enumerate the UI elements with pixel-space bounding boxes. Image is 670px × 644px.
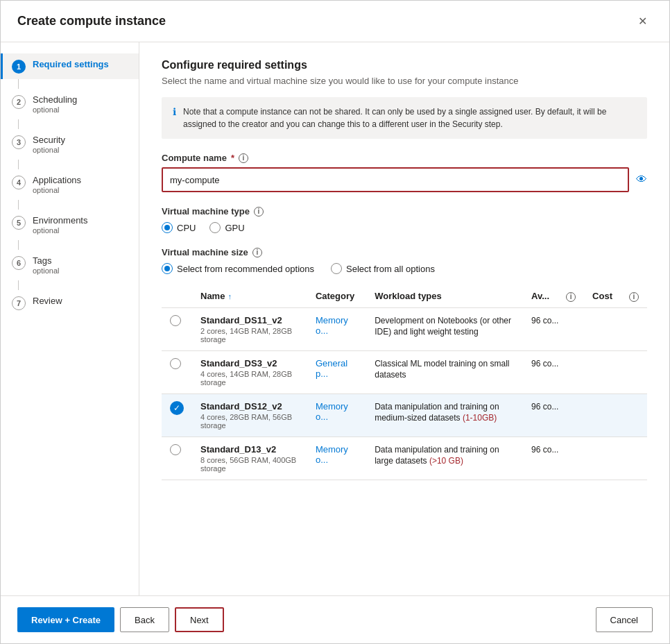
required-star: * [231,153,234,163]
gpu-radio-circle [209,222,221,233]
step-label-group-6: Tags optional [33,255,60,275]
step-label-applications: Applications [33,175,81,185]
checkmark-ds12 [170,401,184,415]
vm-size-section: Virtual machine size i Select from recom… [162,247,647,480]
table-header-row: Name ↑ Category Workload types Av... i C… [162,285,647,307]
all-options-radio [331,263,342,274]
sidebar-item-review[interactable]: 7 Review [1,290,139,316]
all-options-option[interactable]: Select from all options [331,263,435,274]
step-label-scheduling: Scheduling [33,94,77,105]
row-select-4[interactable] [162,437,192,480]
row-cost-4 [584,437,647,480]
vm-size-info-icon[interactable]: i [252,248,262,257]
step-number-4: 4 [12,176,26,189]
step-sublabel-scheduling: optional [33,105,77,114]
step-connector-6 [18,280,19,290]
step-label-review: Review [33,296,62,306]
close-button[interactable]: ✕ [633,12,653,31]
th-name[interactable]: Name ↑ [192,285,307,307]
vm-size-label: Virtual machine size i [162,247,647,257]
sidebar-item-required-settings[interactable]: 1 Required settings [1,53,139,79]
compute-name-row: 👁 [162,167,647,192]
row-name-4: Standard_D13_v2 8 cores, 56GB RAM, 400GB… [192,437,307,480]
all-options-label: Select from all options [346,264,435,274]
row-name-2: Standard_DS3_v2 4 cores, 14GB RAM, 28GB … [192,350,307,393]
sidebar-item-scheduling[interactable]: 2 Scheduling optional [1,89,139,119]
row-avail-2: 96 co... [523,350,584,393]
step-label-group-3: Security optional [33,135,65,154]
step-number-7: 7 [12,296,26,310]
step-sublabel-applications: optional [33,186,81,194]
th-avail[interactable]: Av... [523,285,558,307]
vm-type-gpu-option[interactable]: GPU [209,222,244,233]
sidebar: 1 Required settings 2 Scheduling optiona… [1,42,139,595]
step-number-6: 6 [12,256,26,270]
step-label-group-4: Applications optional [33,175,81,194]
compute-name-input-wrapper [162,167,629,192]
compute-name-info-icon[interactable]: i [239,153,248,163]
step-label-tags: Tags [33,255,60,266]
step-connector-2 [18,119,19,129]
row-workload-1: Development on Notebooks (or other IDE) … [366,307,523,350]
vm-table: Name ↑ Category Workload types Av... i C… [162,285,647,480]
step-label-security: Security [33,135,65,145]
row-workload-2: Classical ML model training on small dat… [366,350,523,393]
row-name-1: Standard_DS11_v2 2 cores, 14GB RAM, 28GB… [192,307,307,350]
row-select-3[interactable] [162,393,192,437]
dialog-title: Create compute instance [17,14,166,28]
sidebar-item-applications[interactable]: 4 Applications optional [1,169,139,200]
gpu-label: GPU [225,223,244,233]
back-button[interactable]: Back [120,607,169,632]
row-select-1[interactable] [162,307,192,350]
step-label-environments: Environments [33,215,87,226]
th-avail-info[interactable]: i [558,285,584,307]
vm-type-radio-group: CPU GPU [162,222,647,233]
next-button[interactable]: Next [175,607,224,632]
step-label-group-2: Scheduling optional [33,94,77,114]
cpu-radio-circle [162,222,173,233]
section-subtitle: Select the name and virtual machine size… [162,76,647,86]
step-connector-1 [18,79,19,89]
row-name-3: Standard_DS12_v2 4 cores, 28GB RAM, 56GB… [192,393,307,437]
step-number-5: 5 [12,216,26,230]
dialog-container: Create compute instance ✕ 1 Required set… [0,0,670,644]
table-row[interactable]: Standard_DS11_v2 2 cores, 14GB RAM, 28GB… [162,307,647,350]
sidebar-item-security[interactable]: 3 Security optional [1,129,139,160]
row-avail-1: 96 co... [523,307,584,350]
recommended-option[interactable]: Select from recommended options [162,263,314,274]
cancel-button[interactable]: Cancel [596,607,653,632]
info-box: ℹ Note that a compute instance can not b… [162,97,647,139]
table-row[interactable]: Standard_DS12_v2 4 cores, 28GB RAM, 56GB… [162,393,647,437]
step-connector-5 [18,240,19,250]
sidebar-item-environments[interactable]: 5 Environments optional [1,210,139,240]
table-row[interactable]: Standard_DS3_v2 4 cores, 14GB RAM, 28GB … [162,350,647,393]
step-sublabel-environments: optional [33,226,87,235]
th-cost[interactable]: Cost [584,285,621,307]
step-connector-4 [18,200,19,210]
vm-type-label: Virtual machine type i [162,206,647,217]
th-category[interactable]: Category [307,285,366,307]
eye-icon[interactable]: 👁 [636,173,647,186]
step-sublabel-security: optional [33,146,65,154]
th-workload[interactable]: Workload types [366,285,523,307]
compute-name-input[interactable] [162,167,629,192]
vm-type-info-icon[interactable]: i [254,207,264,217]
step-number-3: 3 [12,135,26,149]
row-avail-4: 96 co... [523,437,584,480]
step-label-group-7: Review [33,296,62,306]
review-create-button[interactable]: Review + Create [17,607,114,632]
info-icon: ℹ [173,106,176,117]
table-row[interactable]: Standard_D13_v2 8 cores, 56GB RAM, 400GB… [162,437,647,480]
th-cost-info[interactable]: i [621,285,647,307]
vm-type-cpu-option[interactable]: CPU [162,222,196,233]
info-text: Note that a compute instance can not be … [183,105,636,130]
sidebar-item-tags[interactable]: 6 Tags optional [1,250,139,280]
row-avail-3: 96 co... [523,393,584,437]
radio-ds3 [170,358,181,369]
th-select [162,285,192,307]
vm-type-section: Virtual machine type i CPU GPU [162,206,647,233]
row-select-2[interactable] [162,350,192,393]
row-cost-2 [584,350,647,393]
radio-d13 [170,444,181,455]
row-category-2: General p... [307,350,366,393]
